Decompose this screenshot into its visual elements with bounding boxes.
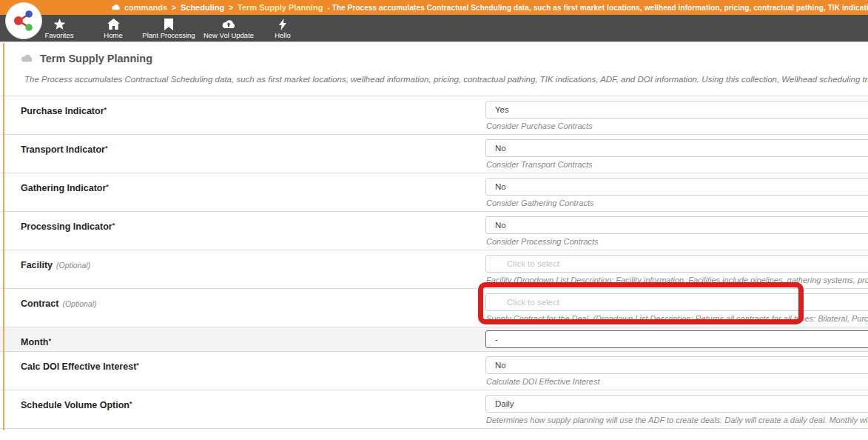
page-header: Term Supply Planning (21, 49, 868, 68)
input-transport-indicator[interactable] (485, 139, 868, 157)
field-helper-text: Facility (Dropdown List Description: Fac… (486, 276, 868, 284)
field-helper-text: Consider Purchase Contracts (486, 121, 868, 130)
breadcrumb-bar: commands > Scheduling > Term Supply Plan… (0, 0, 868, 15)
input-processing-indicator[interactable] (485, 216, 868, 234)
page-title: Term Supply Planning (40, 53, 152, 64)
toolbar-label: New Vol Update (203, 31, 254, 39)
required-asterisk: * (129, 400, 132, 407)
lightning-icon (279, 18, 286, 30)
required-asterisk: * (104, 106, 107, 113)
toolbar-home[interactable]: Home (86, 15, 141, 42)
toolbar-label: Hello (275, 31, 291, 39)
star-icon (53, 18, 66, 30)
breadcrumb-separator: > (229, 4, 233, 12)
field-label: Facility (21, 260, 53, 270)
input-gathering-indicator[interactable] (485, 178, 868, 196)
field-helper-text: Consider Gathering Contracts (486, 199, 868, 207)
share-nodes-icon (10, 7, 38, 35)
toolbar-label: Plant Processing (142, 31, 195, 39)
toolbar-label: Home (104, 31, 122, 39)
field-label: Purchase Indicator (21, 106, 104, 116)
required-asterisk: * (112, 221, 115, 229)
form-row-gathering-indicator: Gathering Indicator* Consider Gathering … (0, 173, 868, 212)
breadcrumb-current-page: Term Supply Planning (238, 3, 323, 12)
breadcrumb-scheduling[interactable]: Scheduling (181, 3, 224, 12)
app-window: commands > Scheduling > Term Supply Plan… (0, 0, 868, 440)
input-calc-doi-effective-interest[interactable] (485, 356, 868, 374)
optional-suffix: (Optional) (56, 261, 90, 270)
input-purchase-indicator[interactable] (485, 101, 868, 119)
field-label: Transport Indicator (21, 144, 105, 155)
form-row-processing-indicator: Processing Indicator* Consider Processin… (0, 212, 868, 250)
field-label: Calc DOI Effective Interest (21, 361, 136, 372)
required-asterisk: * (105, 144, 108, 152)
form-row-transport-indicator: Transport Indicator* Consider Transport … (0, 135, 868, 173)
form: Purchase Indicator* Consider Purchase Co… (0, 96, 868, 429)
home-icon (107, 18, 120, 30)
input-schedule-volume-option[interactable] (485, 395, 868, 413)
breadcrumb-commands[interactable]: commands (124, 3, 167, 12)
form-row-contract: Contract(Optional) Supply Contract for t… (0, 289, 868, 327)
field-helper-text: Supply Contract for the Deal. (Dropdown … (486, 314, 868, 323)
required-asterisk: * (106, 183, 109, 190)
field-label: Gathering Indicator (21, 183, 106, 193)
accent-left-border (3, 43, 4, 430)
input-facility[interactable] (485, 255, 868, 273)
app-logo[interactable] (5, 2, 42, 39)
toolbar-hello[interactable]: Hello (260, 15, 305, 42)
field-helper-text: Consider Transport Contracts (486, 160, 868, 169)
optional-suffix: (Optional) (62, 299, 96, 308)
cloud-icon (21, 54, 33, 63)
form-row-month: Month* (0, 327, 868, 352)
breadcrumb-separator: > (172, 4, 176, 12)
input-month[interactable] (485, 330, 868, 348)
bookmark-icon (164, 18, 173, 30)
form-row-calc-doi-effective-interest: Calc DOI Effective Interest* Calculate D… (0, 352, 868, 390)
page-description: The Process accumulates Contractual Sche… (24, 71, 868, 87)
toolbar-label: Favorites (44, 31, 73, 39)
field-label: Schedule Volume Option (21, 400, 129, 410)
field-helper-text: Determines how supply planning will use … (486, 416, 868, 424)
breadcrumb-description: - The Process accumulates Contractual Sc… (327, 4, 868, 12)
field-label: Month (21, 337, 48, 347)
cloud-upload-icon (221, 18, 236, 30)
toolbar-new-vol-update[interactable]: New Vol Update (197, 15, 260, 42)
input-contract[interactable] (485, 293, 868, 311)
toolbar: Favorites Home Plant Processing New Vol … (0, 15, 868, 42)
toolbar-plant-processing[interactable]: Plant Processing (141, 15, 197, 42)
required-asterisk: * (136, 361, 139, 369)
field-helper-text: Calculate DOI Effective Interest (486, 377, 868, 386)
main-content: Term Supply Planning The Process accumul… (0, 43, 868, 440)
form-row-facility: Facility(Optional) Facility (Dropdown Li… (0, 250, 868, 289)
field-label: Processing Indicator (21, 221, 112, 232)
field-helper-text: Consider Processing Contracts (486, 237, 868, 246)
field-label: Contract (21, 299, 58, 309)
form-row-schedule-volume-option: Schedule Volume Option* Determines how s… (0, 390, 868, 429)
form-row-purchase-indicator: Purchase Indicator* Consider Purchase Co… (0, 96, 868, 135)
cloud-icon (111, 4, 121, 11)
required-asterisk: * (48, 337, 51, 344)
